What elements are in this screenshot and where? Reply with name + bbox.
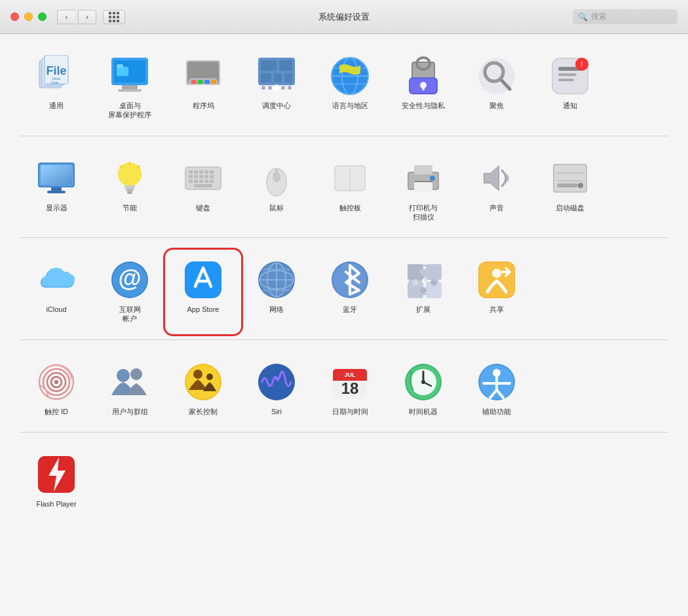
startup-icon [549, 157, 591, 199]
pref-language[interactable]: 语言与地区 [313, 47, 387, 129]
flash-label: Flash Player [36, 499, 76, 509]
svg-rect-17 [204, 80, 210, 84]
svg-point-26 [268, 86, 272, 90]
bluetooth-icon [329, 259, 371, 301]
energy-icon [109, 157, 151, 199]
pref-mission[interactable]: 调度中心 [240, 47, 313, 129]
pref-printers[interactable]: 打印机与 扫描仪 [387, 149, 460, 231]
section4-grid: 触控 ID 用户与群组 [20, 353, 668, 425]
touchid-label: 触控 ID [45, 407, 68, 416]
pref-accessibility[interactable]: 辅助功能 [460, 353, 533, 425]
parental-label: 家长控制 [189, 407, 218, 416]
svg-rect-85 [194, 184, 212, 187]
pref-users[interactable]: 用户与群组 [93, 353, 166, 425]
main-content: File New Ope... 通用 [0, 34, 688, 616]
pref-spotlight[interactable]: 聚焦 [460, 47, 533, 129]
displays-icon [35, 157, 77, 199]
svg-rect-10 [117, 67, 128, 76]
timemachine-label: 时间机器 [409, 407, 438, 416]
svg-text:File: File [46, 64, 66, 77]
users-label: 用户与群组 [112, 407, 148, 416]
pref-parental[interactable]: 家长控制 [166, 353, 240, 425]
pref-bluetooth[interactable]: 蓝牙 [313, 251, 387, 333]
back-button[interactable]: ‹ [57, 10, 75, 24]
svg-point-128 [412, 279, 419, 286]
pref-flash[interactable]: Flash Player [20, 446, 93, 518]
accessibility-label: 辅助功能 [482, 407, 511, 416]
svg-rect-81 [194, 180, 198, 183]
svg-rect-97 [414, 165, 432, 174]
pref-timemachine[interactable]: 时间机器 [387, 353, 460, 425]
svg-rect-16 [198, 80, 203, 84]
sound-icon [476, 157, 518, 199]
svg-point-137 [54, 380, 58, 384]
svg-rect-80 [189, 180, 193, 183]
svg-rect-57 [41, 165, 72, 185]
close-button[interactable] [10, 12, 19, 21]
svg-text:!: ! [581, 61, 583, 68]
pref-datetime[interactable]: JUL 18 日期与时间 [313, 353, 387, 425]
pref-sound[interactable]: 声音 [460, 149, 533, 231]
pref-energy[interactable]: 节能 [93, 149, 166, 231]
svg-rect-70 [189, 170, 193, 174]
grid-view-button[interactable] [103, 10, 125, 24]
svg-rect-123 [426, 264, 442, 280]
pref-appstore[interactable]: App Store [166, 251, 240, 333]
svg-point-25 [261, 86, 265, 90]
pref-displays[interactable]: 显示器 [20, 149, 93, 231]
startup-label: 启动磁盘 [556, 203, 584, 212]
pref-security[interactable]: 安全性与隐私 [387, 47, 460, 129]
network-label: 网络 [269, 305, 284, 314]
window-title: 系统偏好设置 [318, 11, 370, 23]
pref-touchid[interactable]: 触控 ID [20, 353, 93, 425]
svg-rect-75 [189, 175, 193, 178]
svg-rect-50 [558, 73, 577, 76]
sound-label: 声音 [489, 203, 504, 212]
pref-desktop[interactable]: 桌面与 屏幕保护程序 [93, 47, 166, 129]
pref-icloud[interactable]: iCloud [20, 251, 93, 333]
pref-network[interactable]: 网络 [240, 251, 313, 333]
pref-startup[interactable]: 启动磁盘 [533, 149, 607, 231]
pref-notifications[interactable]: ! 通知 [533, 47, 607, 129]
language-label: 语言与地区 [332, 101, 368, 110]
svg-rect-76 [194, 175, 198, 178]
svg-point-106 [578, 183, 583, 188]
svg-point-141 [186, 365, 220, 399]
datetime-icon: JUL 18 [329, 361, 371, 403]
svg-rect-24 [284, 73, 292, 83]
svg-rect-62 [126, 189, 134, 191]
spotlight-icon [476, 55, 518, 97]
svg-rect-96 [414, 182, 432, 191]
divider-3 [20, 339, 668, 340]
svg-rect-15 [191, 80, 197, 84]
svg-rect-42 [422, 87, 425, 90]
extensions-label: 扩展 [416, 305, 430, 314]
pref-trackpad[interactable]: 触控板 [313, 149, 387, 231]
maximize-button[interactable] [38, 12, 47, 21]
svg-rect-11 [117, 64, 123, 68]
pref-internet[interactable]: @ 互联网 帐户 [93, 251, 166, 333]
svg-rect-79 [210, 175, 214, 178]
search-placeholder: 搜索 [591, 11, 607, 22]
pref-general[interactable]: File New Ope... 通用 [20, 47, 93, 129]
pref-siri[interactable]: Siri [240, 353, 313, 425]
search-box[interactable]: 🔍 搜索 [573, 9, 678, 24]
extensions-icon [402, 259, 444, 301]
titlebar: ‹ › 系统偏好设置 🔍 搜索 [0, 0, 688, 34]
pref-dock[interactable]: 程序坞 [166, 47, 240, 129]
svg-rect-71 [194, 170, 198, 174]
pref-mouse[interactable]: 鼠标 [240, 149, 313, 231]
pref-sharing[interactable]: 共享 [460, 251, 533, 333]
forward-button[interactable]: › [78, 10, 96, 24]
minimize-button[interactable] [24, 12, 33, 21]
pref-keyboard[interactable]: 键盘 [166, 149, 240, 231]
section-system: 触控 ID 用户与群组 [20, 353, 668, 425]
touchid-icon [35, 361, 77, 403]
printers-label: 打印机与 扫描仪 [409, 203, 438, 222]
general-icon: File New Ope... [35, 55, 77, 97]
svg-rect-72 [199, 170, 203, 174]
search-icon: 🔍 [578, 12, 588, 22]
pref-extensions[interactable]: 扩展 [387, 251, 460, 333]
desktop-label: 桌面与 屏幕保护程序 [108, 101, 151, 120]
svg-point-28 [281, 86, 285, 90]
